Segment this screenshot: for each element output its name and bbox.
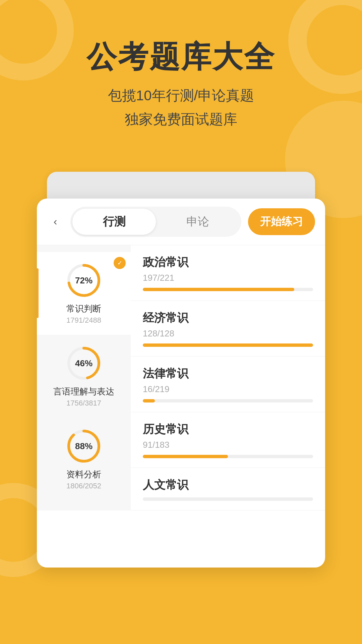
- category-item-ziliao[interactable]: 88% 资料分析 1806/2052: [37, 418, 131, 500]
- subcategory-name-falv: 法律常识: [143, 366, 313, 381]
- checkmark-badge: ✓: [114, 257, 126, 269]
- circle-percent-ziliao: 88%: [75, 441, 93, 451]
- subcategory-name-jingji: 经济常识: [143, 310, 313, 326]
- subcategory-item-falv[interactable]: 法律常识 16/219: [131, 357, 325, 412]
- subcategory-count-zhengzhi: 197/221: [143, 273, 313, 283]
- category-count-ziliao: 1806/2052: [66, 482, 101, 490]
- category-item-changshi[interactable]: ✓ 72% 常识判断 1791/2488: [37, 252, 131, 335]
- left-category-panel: ✓ 72% 常识判断 1791/2488: [37, 245, 131, 511]
- tab-group: 行测 申论: [70, 207, 241, 237]
- progress-bar-fill-lishi: [143, 455, 228, 458]
- subcategory-item-lishi[interactable]: 历史常识 91/183: [131, 412, 325, 468]
- progress-bar-wrap-jingji: [143, 343, 313, 347]
- subcategory-count-jingji: 128/128: [143, 328, 313, 339]
- progress-bar-wrap-falv: [143, 399, 313, 402]
- content-area: ✓ 72% 常识判断 1791/2488: [37, 245, 325, 511]
- category-name-ziliao: 资料分析: [66, 469, 101, 480]
- subcategory-count-lishi: 91/183: [143, 440, 313, 450]
- progress-bar-wrap-lishi: [143, 455, 313, 458]
- category-item-yanyu[interactable]: 46% 言语理解与表达 1756/3817: [37, 335, 131, 418]
- tab-bar: ‹ 行测 申论 开始练习: [37, 199, 325, 245]
- back-button[interactable]: ‹: [47, 213, 64, 230]
- progress-bar-fill-falv: [143, 399, 155, 402]
- progress-bar-fill-jingji: [143, 343, 313, 347]
- main-card: ‹ 行测 申论 开始练习 ✓: [37, 199, 325, 568]
- circle-progress-changshi: 72%: [65, 262, 102, 299]
- right-subcategory-panel: 政治常识 197/221 经济常识 128/128: [131, 245, 325, 511]
- category-name-yanyu: 言语理解与表达: [53, 386, 114, 397]
- header-section: 公考题库大全 包揽10年行测/申论真题 独家免费面试题库: [0, 0, 362, 152]
- tab-xinzheng[interactable]: 行测: [72, 209, 156, 235]
- subcategory-name-renwen: 人文常识: [143, 477, 313, 493]
- progress-bar-wrap-zhengzhi: [143, 288, 313, 291]
- circle-percent-changshi: 72%: [75, 275, 93, 285]
- cards-container: ‹ 行测 申论 开始练习 ✓: [37, 172, 325, 574]
- category-count-changshi: 1791/2488: [66, 316, 101, 325]
- category-count-yanyu: 1756/3817: [66, 399, 101, 408]
- subtitle-line1: 包揽10年行测/申论真题: [20, 84, 342, 107]
- circle-percent-yanyu: 46%: [75, 358, 93, 368]
- progress-bar-fill-zhengzhi: [143, 288, 294, 291]
- subcategory-name-zhengzhi: 政治常识: [143, 255, 313, 270]
- subtitle-line2: 独家免费面试题库: [20, 107, 342, 131]
- subcategory-name-lishi: 历史常识: [143, 422, 313, 437]
- main-title: 公考题库大全: [20, 40, 342, 73]
- circle-progress-yanyu: 46%: [65, 345, 102, 382]
- start-practice-button[interactable]: 开始练习: [248, 208, 315, 235]
- subcategory-item-renwen[interactable]: 人文常识: [131, 468, 325, 511]
- circle-progress-ziliao: 88%: [65, 428, 102, 465]
- subcategory-count-falv: 16/219: [143, 384, 313, 394]
- subcategory-item-zhengzhi[interactable]: 政治常识 197/221: [131, 245, 325, 301]
- subcategory-item-jingji[interactable]: 经济常识 128/128: [131, 301, 325, 357]
- category-name-changshi: 常识判断: [66, 303, 101, 315]
- progress-bar-wrap-renwen: [143, 497, 313, 501]
- subtitle: 包揽10年行测/申论真题 独家免费面试题库: [20, 84, 342, 131]
- tab-shenlun[interactable]: 申论: [156, 209, 239, 235]
